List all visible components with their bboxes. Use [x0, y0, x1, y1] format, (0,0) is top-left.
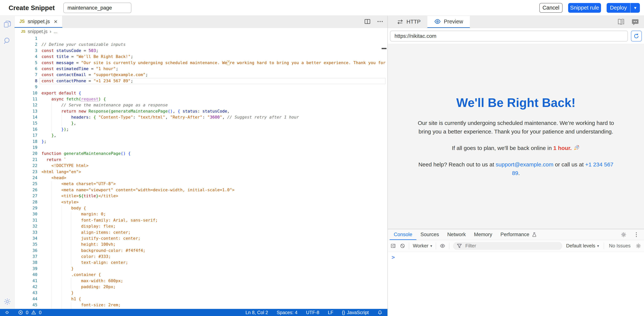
- settings-gear-icon[interactable]: [3, 297, 12, 306]
- remote-indicator-icon[interactable]: [5, 310, 10, 315]
- code-line[interactable]: 5const message = "Our site is currently …: [14, 60, 388, 66]
- encoding[interactable]: UTF-8: [306, 310, 320, 315]
- line-number[interactable]: 8: [14, 78, 38, 84]
- code-line[interactable]: 29 body {: [14, 205, 388, 211]
- code-line[interactable]: 35 height: 100vh;: [14, 241, 388, 247]
- line-number[interactable]: 17: [14, 132, 38, 138]
- code-line[interactable]: 46 color: #0056b3;: [14, 308, 388, 309]
- code-line[interactable]: 14 headers: { "Content-Type": "text/html…: [14, 114, 388, 120]
- line-number[interactable]: 15: [14, 120, 38, 126]
- console-output[interactable]: >: [388, 252, 644, 316]
- indentation[interactable]: Spaces: 4: [276, 310, 297, 315]
- code-line[interactable]: 27 <title>${title}</title>: [14, 193, 388, 199]
- code-line[interactable]: 32 display: flex;: [14, 223, 388, 229]
- code-line[interactable]: 42 padding: 20px;: [14, 284, 388, 290]
- code-line[interactable]: 2// Define your customizable inputs: [14, 42, 388, 48]
- code-line[interactable]: 38 text-align: center;: [14, 259, 388, 265]
- split-editor-icon[interactable]: [364, 18, 371, 25]
- scrollbar-marker[interactable]: [382, 48, 386, 49]
- line-number[interactable]: 16: [14, 126, 38, 132]
- error-count[interactable]: 0: [26, 310, 28, 315]
- breadcrumb-file[interactable]: snippet.js: [28, 29, 48, 34]
- code-line[interactable]: 15 },: [14, 120, 388, 126]
- line-number[interactable]: 24: [14, 175, 38, 181]
- tab-performance[interactable]: Performance: [496, 229, 542, 240]
- tab-network[interactable]: Network: [443, 229, 470, 240]
- code-line[interactable]: 10export default {: [14, 90, 388, 96]
- line-number[interactable]: 44: [14, 296, 38, 302]
- code-line[interactable]: 36 background-color: #f4f4f4;: [14, 247, 388, 253]
- line-number[interactable]: 23: [14, 169, 38, 175]
- line-number[interactable]: 13: [14, 108, 38, 114]
- line-number[interactable]: 27: [14, 193, 38, 199]
- language-mode[interactable]: {}JavaScript: [342, 310, 369, 315]
- support-email-link[interactable]: support@example.com: [496, 161, 553, 168]
- warnings-icon[interactable]: [31, 310, 36, 315]
- code-line[interactable]: 25 <meta charset="UTF-8">: [14, 181, 388, 187]
- cursor-position[interactable]: Ln 8, Col 2: [246, 310, 268, 315]
- line-number[interactable]: 45: [14, 302, 38, 308]
- code-line[interactable]: 23<html lang="en">: [14, 169, 388, 175]
- console-settings-gear-icon[interactable]: [636, 243, 642, 249]
- line-number[interactable]: 3: [14, 48, 38, 54]
- code-line[interactable]: 7const contactEmail = "support@example.c…: [14, 72, 388, 78]
- console-prompt-chevron[interactable]: >: [392, 254, 395, 260]
- kebab-menu-icon[interactable]: [633, 231, 640, 238]
- code-line[interactable]: 21 return `: [14, 157, 388, 163]
- code-line[interactable]: 22 <!DOCTYPE html>: [14, 163, 388, 169]
- line-number[interactable]: 46: [14, 308, 38, 309]
- line-number[interactable]: 7: [14, 72, 38, 78]
- breadcrumb[interactable]: JS snippet.js › ...: [14, 28, 388, 35]
- code-line[interactable]: 1: [14, 36, 388, 42]
- deploy-dropdown-button[interactable]: ▾: [630, 3, 640, 13]
- code-editor[interactable]: 12// Define your customizable inputs3con…: [14, 35, 388, 309]
- snippet-rule-button[interactable]: Snippet rule: [568, 3, 601, 13]
- line-number[interactable]: 18: [14, 139, 38, 145]
- code-line[interactable]: 16 });: [14, 126, 388, 132]
- line-number[interactable]: 34: [14, 235, 38, 241]
- line-number[interactable]: 12: [14, 102, 38, 108]
- line-number[interactable]: 20: [14, 151, 38, 157]
- line-number[interactable]: 41: [14, 278, 38, 284]
- clear-console-icon[interactable]: [400, 243, 405, 249]
- code-line[interactable]: 44 h1 {: [14, 296, 388, 302]
- line-number[interactable]: 21: [14, 157, 38, 163]
- line-number[interactable]: 6: [14, 66, 38, 72]
- log-levels-dropdown[interactable]: Default levels▾: [566, 243, 599, 249]
- tab-snippet-js[interactable]: JS snippet.js ×: [14, 16, 62, 28]
- code-line[interactable]: 28 <style>: [14, 199, 388, 205]
- code-line[interactable]: 9: [14, 84, 388, 90]
- code-line[interactable]: 13 return new Response(generateMaintenan…: [14, 108, 388, 114]
- line-number[interactable]: 25: [14, 181, 38, 187]
- line-number[interactable]: 30: [14, 211, 38, 217]
- code-line[interactable]: 8const contactPhone = "+1 234 567 89";: [14, 78, 388, 84]
- code-line[interactable]: 18};: [14, 139, 388, 145]
- code-line[interactable]: 43 }: [14, 290, 388, 296]
- line-number[interactable]: 32: [14, 223, 38, 229]
- line-number[interactable]: 4: [14, 54, 38, 60]
- docs-book-icon[interactable]: [617, 18, 625, 26]
- url-input[interactable]: [390, 31, 628, 42]
- code-line[interactable]: 26 <meta name="viewport" content="width=…: [14, 187, 388, 193]
- code-line[interactable]: 33 align-items: center;: [14, 229, 388, 235]
- devtools-settings-gear-icon[interactable]: [620, 231, 627, 238]
- notifications-bell-icon[interactable]: [377, 310, 382, 315]
- close-icon[interactable]: ×: [54, 19, 57, 25]
- line-number[interactable]: 29: [14, 205, 38, 211]
- discord-icon[interactable]: [631, 18, 639, 26]
- code-line[interactable]: 11 async fetch(request) {: [14, 96, 388, 102]
- line-number[interactable]: 2: [14, 42, 38, 48]
- line-number[interactable]: 42: [14, 284, 38, 290]
- line-number[interactable]: 5: [14, 60, 38, 66]
- line-number[interactable]: 19: [14, 145, 38, 151]
- line-number[interactable]: 14: [14, 114, 38, 120]
- line-number[interactable]: 40: [14, 272, 38, 278]
- line-number[interactable]: 9: [14, 84, 38, 90]
- code-line[interactable]: 17 },: [14, 132, 388, 138]
- warning-count[interactable]: 0: [39, 310, 42, 315]
- line-number[interactable]: 1: [14, 36, 38, 42]
- console-filter[interactable]: [453, 242, 562, 250]
- code-line[interactable]: 3const statusCode = 503;: [14, 48, 388, 54]
- tab-memory[interactable]: Memory: [470, 229, 496, 240]
- filter-input[interactable]: [465, 243, 559, 249]
